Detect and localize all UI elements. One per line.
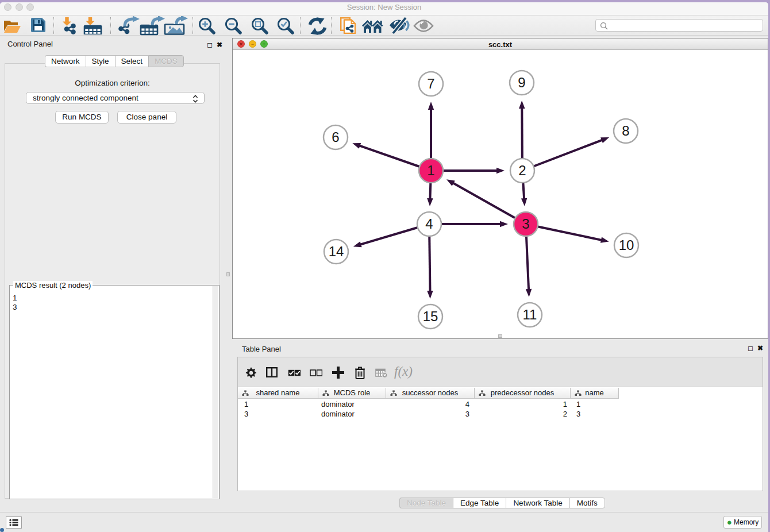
svg-text:2: 2 <box>518 163 526 178</box>
svg-text:4: 4 <box>425 216 433 232</box>
svg-text:9: 9 <box>518 75 525 90</box>
svg-text:8: 8 <box>622 123 629 138</box>
svg-text:3: 3 <box>522 216 529 232</box>
svg-text:15: 15 <box>423 309 438 324</box>
svg-text:1: 1 <box>427 163 434 178</box>
svg-text:6: 6 <box>332 129 339 145</box>
svg-text:14: 14 <box>329 244 344 259</box>
svg-text:11: 11 <box>523 307 537 322</box>
svg-text:10: 10 <box>619 237 634 253</box>
svg-text:7: 7 <box>427 76 434 91</box>
